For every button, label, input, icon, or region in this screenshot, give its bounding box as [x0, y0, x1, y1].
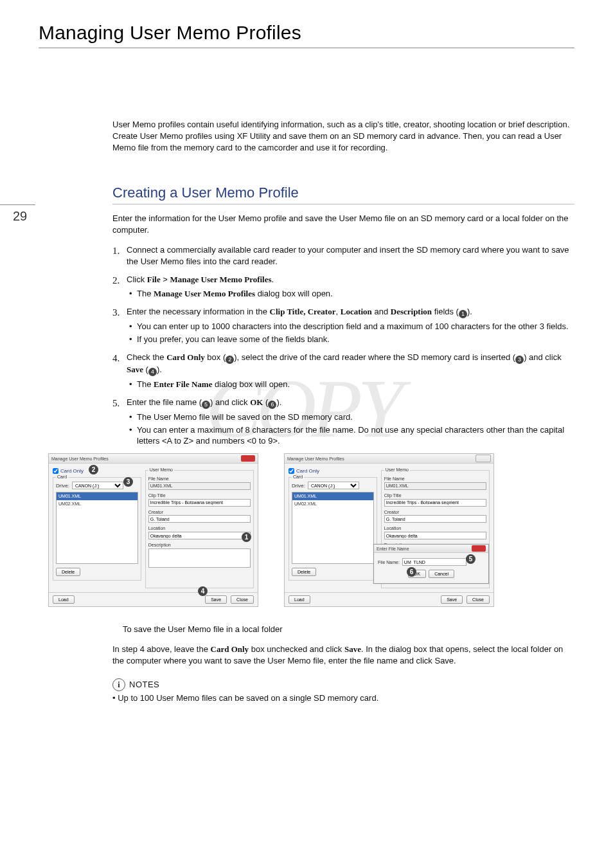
location-label: Location — [384, 525, 486, 532]
drive-label: Drive: — [292, 482, 305, 489]
t: > — [161, 275, 170, 284]
creator-input[interactable] — [148, 515, 251, 523]
filename-value: UM01.XML — [384, 482, 486, 490]
t: Clip Title, Creator — [270, 307, 336, 316]
t: Up to 100 User Memo files can be saved o… — [118, 693, 378, 703]
t: Enter File Name — [154, 379, 212, 389]
dialog-manage-profiles-left: Manage User Memo Profiles Card Only Card… — [48, 453, 258, 607]
list-item[interactable]: UM02.XML — [57, 500, 138, 508]
cancel-button[interactable]: Cancel — [429, 570, 454, 578]
t: OK — [250, 397, 263, 407]
t: The — [137, 289, 154, 298]
creator-input[interactable] — [384, 515, 486, 523]
step-3-sub1: You can enter up to 1000 characters into… — [129, 321, 574, 332]
step-4-sub: The Enter File Name dialog box will open… — [129, 379, 574, 390]
step-3: 3. Enter the necessary information in th… — [112, 306, 574, 345]
page-number-rule — [0, 204, 35, 205]
step-1-text: Connect a commercially available card re… — [127, 245, 569, 266]
load-button[interactable]: Load — [53, 595, 75, 604]
t: , — [335, 307, 340, 316]
t: box unchecked and click — [249, 644, 344, 654]
t: and — [372, 307, 391, 316]
step-3-text: Enter the necessary information in the C… — [127, 307, 472, 316]
dialog-manage-profiles-right: Manage User Memo Profiles Card Only Card… — [284, 453, 494, 607]
save-button[interactable]: Save — [205, 595, 227, 604]
drive-select[interactable]: CANON (J:) — [72, 482, 123, 489]
menu-file: File — [147, 275, 161, 284]
save-button[interactable]: Save — [441, 595, 463, 604]
filename-label: File Name — [384, 476, 486, 482]
t: Card Only — [166, 352, 205, 362]
step-2: 2. Click File > Manage User Memo Profile… — [112, 274, 574, 300]
close-icon[interactable] — [472, 545, 486, 552]
t: Enter the file name ( — [127, 397, 202, 407]
t: ). — [157, 365, 162, 374]
step-5-text: Enter the file name (5) and click OK (6)… — [127, 397, 281, 407]
t: dialog box will open. — [212, 379, 290, 389]
location-label: Location — [148, 525, 251, 532]
t: Click — [127, 275, 147, 284]
description-input[interactable] — [148, 548, 251, 568]
file-list[interactable]: UM01.XML UM02.XML — [292, 492, 374, 564]
file-list[interactable]: UM01.XML UM02.XML — [56, 492, 138, 564]
t: Enter the necessary information in the — [127, 307, 270, 316]
step-4-text: Check the Card Only box (2), select the … — [127, 352, 562, 374]
t: The — [137, 379, 154, 389]
subsection-title: To save the User Memo file in a local fo… — [123, 624, 574, 635]
close-button[interactable]: Close — [231, 595, 254, 604]
cliptitle-input[interactable] — [384, 499, 486, 507]
card-group: Card Drive: CANON (J:) UM01.XML UM02.XML… — [289, 477, 377, 581]
step-2-sub: The Manage User Memo Profiles dialog box… — [129, 288, 574, 300]
t: box ( — [205, 352, 226, 362]
list-item[interactable]: UM02.XML — [292, 500, 373, 508]
close-button[interactable]: Close — [466, 595, 490, 604]
list-item[interactable]: UM01.XML — [57, 493, 138, 500]
delete-button[interactable]: Delete — [292, 568, 316, 576]
load-button[interactable]: Load — [289, 595, 310, 604]
modal-filename-label: File Name: — [378, 559, 400, 566]
t: ) and click — [210, 397, 250, 407]
step-4: 4. Check the Card Only box (2), select t… — [112, 352, 574, 390]
callout-2-icon: 2 — [226, 356, 234, 364]
cliptitle-label: Clip Title — [384, 493, 486, 499]
modal-filename-input[interactable] — [402, 558, 466, 566]
step-3-sub2: If you prefer, you can leave some of the… — [129, 334, 574, 345]
section-title: Creating a User Memo Profile — [112, 183, 574, 203]
card-legend: Card — [56, 474, 68, 480]
t: ( — [143, 365, 148, 374]
t: dialog box will open. — [255, 289, 333, 298]
cliptitle-input[interactable] — [148, 499, 251, 507]
callout-4-icon: 4 — [148, 368, 157, 376]
creator-label: Creator — [384, 509, 486, 516]
notes-item: • Up to 100 User Memo files can be saved… — [112, 692, 574, 704]
t: Location — [341, 307, 372, 316]
step-5: 5. Enter the file name (5) and click OK … — [112, 397, 574, 448]
callout-6-icon: 6 — [268, 401, 276, 409]
t: . — [272, 275, 274, 284]
t: ) and click — [524, 352, 562, 362]
close-icon[interactable] — [241, 455, 255, 462]
creator-label: Creator — [148, 509, 251, 516]
t: Description — [391, 307, 432, 316]
t: ). — [276, 397, 281, 407]
filename-value: UM01.XML — [148, 482, 251, 490]
delete-button[interactable]: Delete — [56, 568, 80, 576]
section-intro: Enter the information for the User Memo … — [112, 213, 574, 236]
location-input[interactable] — [148, 532, 251, 539]
step-1: 1. Connect a commercially available card… — [112, 244, 574, 267]
t: Save — [127, 365, 143, 374]
page-number: 29 — [13, 209, 27, 224]
location-input[interactable] — [384, 532, 486, 539]
window-button-icon[interactable] — [475, 455, 491, 462]
t: In step 4 above, leave the — [112, 644, 211, 654]
list-item[interactable]: UM01.XML — [292, 493, 373, 500]
info-icon: i — [112, 678, 125, 691]
t: fields ( — [432, 307, 459, 316]
cliptitle-label: Clip Title — [148, 493, 251, 499]
dialog-title: Manage User Memo Profiles — [51, 456, 109, 462]
t: ), select the drive of the card reader w… — [234, 352, 515, 362]
drive-select[interactable]: CANON (J:) — [308, 482, 359, 489]
card-legend: Card — [292, 474, 304, 480]
callout-5-icon: 5 — [202, 401, 210, 409]
t: Save — [344, 644, 361, 654]
